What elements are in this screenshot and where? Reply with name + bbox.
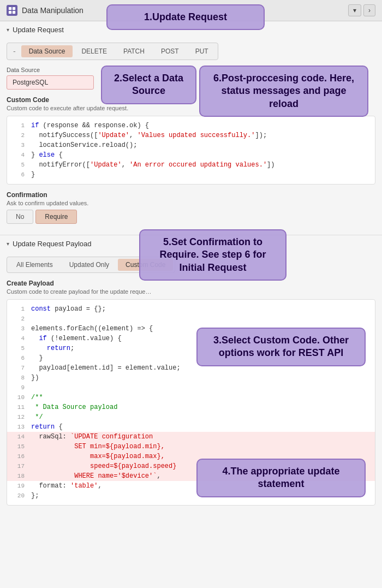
payload-line-12: 12 */ [7,412,375,422]
payload-section-content: All Elements Updated Only Custom Code Cr… [0,252,382,516]
update-request-tab-bar: - Data Source DELETE PATCH POST PUT [7,43,218,60]
tab-data-source[interactable]: Data Source [21,45,73,57]
custom-code-label: Custom Code [7,96,375,104]
payload-line-8: 8 }) [7,373,375,383]
create-payload-label: Create Payload [7,280,375,287]
code-line-4: 4 } else { [7,150,375,160]
payload-line-2: 2 [7,314,375,324]
payload-tab-bar: All Elements Updated Only Custom Code [7,257,175,273]
create-payload-desc: Custom code to create payload for the up… [7,288,375,295]
payload-line-7: 7 payload[element.id] = element.value; [7,363,375,373]
svg-rect-3 [13,11,15,14]
payload-line-16: 16 max=${payload.max}, [7,452,375,461]
tab-put[interactable]: PUT [188,45,216,57]
custom-code-desc: Custom code to execute after update requ… [7,105,375,111]
confirmation-label: Confirmation [7,191,375,199]
tab-dash[interactable]: - [9,45,20,58]
payload-code-editor[interactable]: 1 const payload = {}; 2 3 elements.forEa… [7,299,375,506]
confirmation-buttons: No Require [7,210,375,224]
payload-line-20: 20 }; [7,491,375,501]
tab-patch[interactable]: PATCH [116,45,152,57]
confirmation-section: Confirmation Ask to confirm updated valu… [7,191,375,224]
payload-line-3: 3 elements.forEach((element) => { [7,324,375,334]
payload-line-9: 9 [7,383,375,393]
data-source-input[interactable]: PostgreSQL [7,75,94,90]
data-source-label: Data Source [7,67,375,73]
panel-header-right: ▾ › [348,4,375,16]
confirm-no-btn[interactable]: No [7,210,33,224]
payload-line-14: 14 rawSql: `UPDATE configuration [7,432,375,442]
payload-line-4: 4 if (!element.value) { [7,334,375,343]
tab-all-elements[interactable]: All Elements [9,259,61,271]
payload-line-17: 17 speed=${payload.speed} [7,461,375,471]
payload-line-13: 13 return { [7,422,375,432]
update-request-title: Update Request [13,26,64,34]
tab-custom-code[interactable]: Custom Code [118,259,173,271]
payload-line-10: 10 /** [7,393,375,402]
update-request-content: - Data Source DELETE PATCH POST PUT Data… [0,38,382,235]
payload-line-1: 1 const payload = {}; [7,304,375,314]
chevron-down-icon: ▾ [7,27,9,33]
payload-line-11: 11 * Data Source payload [7,402,375,412]
tab-updated-only[interactable]: Updated Only [62,259,117,271]
payload-line-6: 6 } [7,353,375,363]
custom-code-editor[interactable]: 1 if (response && response.ok) { 2 notif… [7,116,375,185]
payload-line-18: 18 WHERE name='$device'`, [7,471,375,481]
payload-line-15: 15 SET min=${payload.min}, [7,442,375,452]
update-request-payload-section: ▾ Update Request Payload All Elements Up… [0,235,382,516]
code-line-1: 1 if (response && response.ok) { [7,121,375,130]
code-line-2: 2 notifySuccess(['Update', 'Values updat… [7,130,375,140]
confirm-require-btn[interactable]: Require [35,210,77,224]
code-line-6: 6 } [7,170,375,180]
code-line-5: 5 notifyError(['Update', 'An error occur… [7,160,375,170]
confirmation-desc: Ask to confirm updated values. [7,200,375,206]
panel-header: Data Manipulation ▾ › [0,0,382,21]
panel-title: Data Manipulation [22,6,83,15]
svg-rect-0 [9,7,11,10]
tab-post[interactable]: POST [153,45,187,57]
forward-btn[interactable]: › [363,4,375,16]
svg-rect-2 [9,11,11,14]
payload-section-title: Update Request Payload [13,240,92,248]
payload-line-19: 19 format: 'table', [7,481,375,491]
tab-delete[interactable]: DELETE [74,45,115,57]
grid-icon [7,5,17,16]
code-line-3: 3 locationService.reload(); [7,140,375,150]
chevron-down-icon-2: ▾ [7,241,9,247]
panel-header-left: Data Manipulation [7,5,83,16]
payload-line-5: 5 return; [7,343,375,353]
update-request-section-header[interactable]: ▾ Update Request [0,21,382,38]
main-panel: Data Manipulation ▾ › ▾ Update Request -… [0,0,382,588]
dropdown-btn[interactable]: ▾ [348,4,361,16]
svg-rect-1 [13,7,15,10]
payload-section-header[interactable]: ▾ Update Request Payload [0,235,382,252]
